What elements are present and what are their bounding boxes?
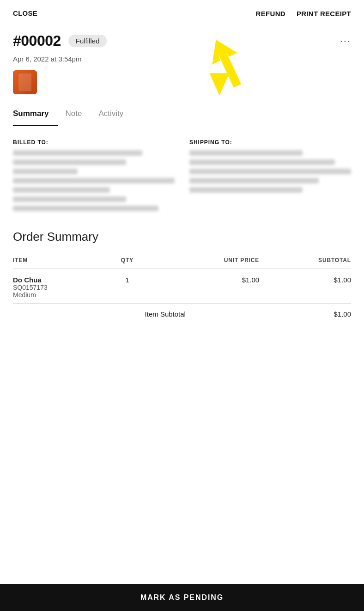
billing-line-4 [13, 178, 175, 183]
item-name: Do Chua [13, 276, 109, 284]
product-image [13, 70, 37, 94]
shipping-line-3 [189, 169, 351, 174]
tab-summary[interactable]: Summary [13, 104, 58, 126]
more-options-button[interactable]: ··· [340, 35, 351, 47]
billing-line-7 [13, 206, 158, 211]
tab-note[interactable]: Note [65, 104, 91, 126]
col-subtotal: SUBTOTAL [259, 253, 351, 269]
product-thumbnail-area [0, 68, 364, 102]
top-bar: CLOSE REFUND PRINT RECEIPT [0, 0, 364, 25]
col-unit-price: UNIT PRICE [145, 253, 260, 269]
subtotal-label [13, 303, 145, 323]
status-badge: Fulfilled [68, 35, 107, 47]
order-table: ITEM QTY UNIT PRICE SUBTOTAL Do Chua SQ0… [13, 253, 351, 323]
item-details: Do Chua SQ0157173 Medium [13, 268, 109, 303]
shipping-label: SHIPPING TO: [189, 139, 351, 146]
billing-address: BILLED TO: [13, 139, 175, 215]
mark-as-pending-button[interactable]: MARK AS PENDING [13, 593, 351, 602]
subtotal-label-text: Item Subtotal [145, 303, 260, 323]
table-row: Do Chua SQ0157173 Medium 1 $1.00 $1.00 [13, 268, 351, 303]
address-row: BILLED TO: SHIPPING TO: [13, 139, 351, 215]
item-qty: 1 [109, 268, 145, 303]
print-receipt-button[interactable]: PRINT RECEIPT [297, 10, 351, 18]
table-header-row: ITEM QTY UNIT PRICE SUBTOTAL [13, 253, 351, 269]
main-content: BILLED TO: SHIPPING TO: Order Summary IT… [0, 126, 364, 323]
billing-line-5 [13, 187, 110, 193]
shipping-address: SHIPPING TO: [189, 139, 351, 215]
item-sku: SQ0157173 [13, 284, 109, 291]
billing-line-3 [13, 169, 78, 174]
order-number: #00002 [13, 32, 61, 49]
shipping-line-1 [189, 150, 303, 156]
billing-line-6 [13, 196, 126, 202]
close-button[interactable]: CLOSE [13, 9, 37, 17]
shipping-line-5 [189, 187, 303, 193]
order-summary-title: Order Summary [13, 230, 351, 244]
bottom-cta: MARK AS PENDING [0, 584, 364, 611]
tab-activity[interactable]: Activity [98, 104, 133, 126]
shipping-line-4 [189, 178, 319, 183]
order-date: Apr 6, 2022 at 3:54pm [0, 55, 364, 68]
item-variant: Medium [13, 291, 109, 299]
subtotal-value: $1.00 [259, 303, 351, 323]
top-bar-actions: REFUND PRINT RECEIPT [256, 10, 351, 18]
billing-line-1 [13, 150, 142, 156]
item-unit-price: $1.00 [145, 268, 260, 303]
col-qty: QTY [109, 253, 145, 269]
billing-label: BILLED TO: [13, 139, 175, 146]
refund-button[interactable]: REFUND [256, 10, 285, 18]
shipping-line-2 [189, 159, 335, 165]
tabs: Summary Note Activity [0, 104, 364, 126]
billing-line-2 [13, 159, 126, 165]
item-subtotal: $1.00 [259, 268, 351, 303]
col-item: ITEM [13, 253, 109, 269]
subtotal-row: Item Subtotal $1.00 [13, 303, 351, 323]
order-header: #00002 Fulfilled ··· [0, 25, 364, 55]
